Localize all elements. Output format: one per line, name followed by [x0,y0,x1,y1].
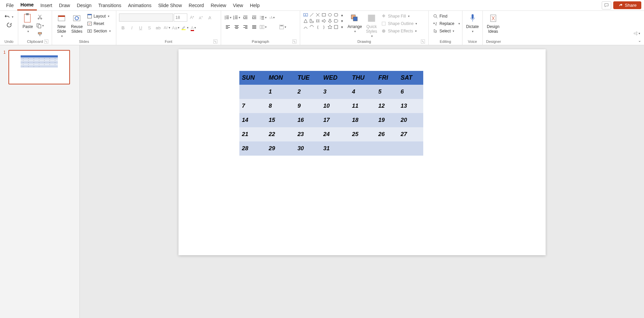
font-size-input[interactable] [174,14,187,22]
cal-cell[interactable]: 10 [320,99,349,113]
cal-cell[interactable]: 22 [266,127,295,141]
shape-curve[interactable] [303,24,308,30]
reset-button[interactable]: Reset [86,20,112,27]
cal-header-sun[interactable]: SUN [239,71,266,85]
design-ideas-button[interactable]: Design Ideas [485,12,501,34]
cal-cell[interactable]: 3 [320,85,349,99]
justify-button[interactable] [250,23,258,31]
menu-draw[interactable]: Draw [55,1,73,10]
cal-header-tue[interactable]: TUE [295,71,320,85]
font-color-button[interactable]: A▾ [189,24,197,32]
cal-cell[interactable]: 7 [239,99,266,113]
underline-button[interactable]: U [137,24,145,32]
cut-button[interactable] [36,13,44,21]
shape-roundrect[interactable] [333,12,339,18]
menu-transitions[interactable]: Transitions [95,1,125,10]
line-spacing-button[interactable]: ▾ [259,14,267,22]
shape-line[interactable] [309,12,314,18]
shape-l[interactable] [309,18,314,24]
menu-insert[interactable]: Insert [37,1,55,10]
cal-header-wed[interactable]: WED [320,71,349,85]
paste-button[interactable]: Paste ▾ [21,12,34,34]
bullets-button[interactable]: ▾ [224,14,232,22]
columns-button[interactable]: ▾ [259,23,267,31]
cal-header-thu[interactable]: THU [349,71,376,85]
align-left-button[interactable] [224,23,232,31]
shape-action[interactable] [333,24,339,30]
cal-cell[interactable]: 8 [266,99,295,113]
slide-thumbnail-1[interactable]: ------- ------- ------- ------- ---- [8,50,70,84]
cal-cell[interactable]: 30 [295,141,320,156]
cal-cell[interactable]: 31 [320,141,349,156]
calendar-table[interactable]: SUN MON TUE WED THU FRI SAT 123456 78910… [239,71,423,156]
format-painter-button[interactable] [36,30,44,38]
new-slide-button[interactable]: New Slide▾ [55,12,68,38]
cal-cell[interactable]: 15 [266,113,295,127]
drawing-launcher[interactable]: ⤡ [421,39,425,44]
ribbon-collapse-button[interactable]: ⌄ [638,38,641,43]
shape-arrowdown[interactable] [327,18,333,24]
smartart-button[interactable]: ▾ [633,29,641,37]
slide-canvas[interactable]: SUN MON TUE WED THU FRI SAT 123456 78910… [178,49,546,255]
change-case-button[interactable]: Aa▾ [172,24,180,32]
cal-header-fri[interactable]: FRI [376,71,398,85]
cal-row[interactable]: 21222324252627 [239,127,423,141]
comments-button[interactable] [602,1,611,9]
increase-indent-button[interactable] [250,14,258,22]
shadow-button[interactable]: S [145,24,153,32]
cal-cell[interactable]: 16 [295,113,320,127]
quick-styles-button[interactable]: Quick Styles▾ [365,12,379,38]
find-button[interactable]: Find [431,13,461,20]
menu-animations[interactable]: Animations [125,1,155,10]
cal-cell[interactable]: 4 [349,85,376,99]
shape-zigzag[interactable] [315,18,320,24]
cal-cell[interactable]: 18 [349,113,376,127]
cal-cell[interactable]: 25 [349,127,376,141]
cal-cell[interactable]: 24 [320,127,349,141]
cal-header-mon[interactable]: MON [266,71,295,85]
shape-effects-button[interactable]: Shape Effects▾ [380,28,419,34]
cal-cell[interactable]: 23 [295,127,320,141]
clear-format-button[interactable]: A̷ [206,14,214,22]
strike-button[interactable]: ab [154,24,162,32]
shape-line2[interactable] [315,12,320,18]
cal-cell[interactable]: 11 [349,99,376,113]
cal-cell[interactable]: 19 [376,113,398,127]
section-button[interactable]: Section▾ [86,28,112,34]
cal-header-sat[interactable]: SAT [398,71,423,85]
menu-home[interactable]: Home [17,0,37,10]
align-center-button[interactable] [233,23,241,31]
menu-record[interactable]: Record [185,1,207,10]
increase-font-button[interactable]: A▴ [188,14,196,22]
cal-cell[interactable]: 5 [376,85,398,99]
shape-pentagon[interactable] [333,18,339,24]
shape-brace[interactable]: { [315,24,320,30]
cal-cell[interactable] [376,141,398,156]
cal-cell[interactable]: 29 [266,141,295,156]
menu-help[interactable]: Help [246,1,263,10]
cal-cell[interactable]: 27 [398,127,423,141]
cal-row[interactable]: 14151617181920 [239,113,423,127]
shapes-gallery[interactable]: A ▴ ▾ { } ▾ [303,12,345,30]
cal-row[interactable]: 123456 [239,85,423,99]
arrange-button[interactable]: Arrange▾ [346,12,363,34]
cal-cell[interactable] [239,85,266,99]
menu-design[interactable]: Design [73,1,95,10]
shape-triangle[interactable] [303,18,308,24]
redo-button[interactable] [5,22,13,28]
reuse-slides-button[interactable]: Reuse Slides [70,12,84,34]
cal-row[interactable]: 78910111213 [239,99,423,113]
cal-cell[interactable]: 21 [239,127,266,141]
cal-cell[interactable]: 20 [398,113,423,127]
numbering-button[interactable]: 123▾ [233,14,241,22]
cal-cell[interactable]: 2 [295,85,320,99]
cal-cell[interactable]: 28 [239,141,266,156]
decrease-indent-button[interactable] [241,14,249,22]
cal-cell[interactable]: 13 [398,99,423,113]
clipboard-launcher[interactable]: ⤡ [44,39,48,44]
cal-cell[interactable]: 17 [320,113,349,127]
cal-cell[interactable]: 6 [398,85,423,99]
slide-area[interactable]: SUN MON TUE WED THU FRI SAT 123456 78910… [80,45,644,318]
align-right-button[interactable] [241,23,249,31]
shape-arrow[interactable] [321,18,327,24]
